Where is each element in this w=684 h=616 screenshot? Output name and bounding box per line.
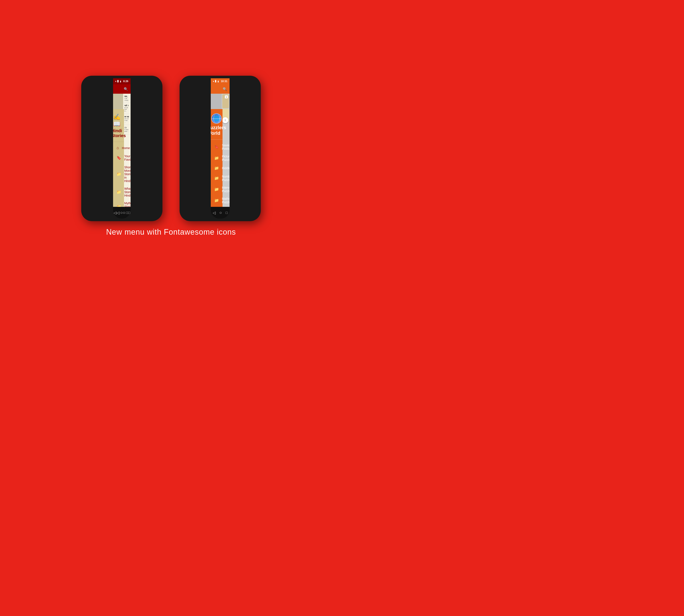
phone1-content-item-1: पापा, र एक coupl... <box>123 94 130 103</box>
phone2-recent-button[interactable]: □ <box>226 211 228 215</box>
phone2-menu-picture-puzzles[interactable]: 📁 Picture Puzzles <box>211 153 222 163</box>
phone2-folder-icon-4: 📁 <box>214 187 219 192</box>
page-caption: New menu with Fontawesome icons <box>106 227 236 237</box>
phone2-folder-icon-5: 📁 <box>214 198 219 203</box>
phone1-content-title-3: का खा <box>124 116 129 118</box>
phone1-folder-icon-3: 📁 <box>116 204 121 207</box>
phone2-menu-interview-puzzles-label: Interview Puzzles <box>222 186 230 193</box>
phone2-drawer: 🌐 Puzzlers World 🔖 Saved Posts 📁 Picture… <box>211 109 222 207</box>
phone2-folder-icon-1: 📁 <box>214 156 219 160</box>
phone2-bottom-nav: ◁ ○ □ <box>211 207 230 219</box>
phone2-back-button[interactable]: ◁ <box>213 211 216 215</box>
phone2-menu-number-puzzles[interactable]: 📁 Number Puzzles <box>211 173 222 184</box>
phone2-status-icons: ▾ ▊ ▮ 10:31 <box>213 80 227 83</box>
phone1-content-item-3: का खा तना धन र कल ... <box>123 114 130 125</box>
phone1-content-text-1: र एक coupl... <box>124 98 129 101</box>
phone1-menu-favorites-label: Your Favorites <box>124 154 130 161</box>
phone2-screen: ▾ ▊ ▮ 10:31 🔍 1 <box>211 78 230 219</box>
phone2-home-button[interactable]: ○ <box>219 210 222 215</box>
phone1-search-icon[interactable]: 🔍 <box>124 87 128 91</box>
phone1-content-text-3: तना धन र कल ... <box>124 118 129 123</box>
phone1-time: 8:26 <box>123 80 128 83</box>
phone2: ▾ ▊ ▮ 10:31 🔍 1 <box>180 76 261 221</box>
phone1-folder-icon-1: 📁 <box>116 172 121 176</box>
phone1-bookmark-icon: 🔖 <box>116 155 121 160</box>
phone1-content-item-2: नायें ? हा! तब साते स... <box>123 103 130 114</box>
phone1-status-bar: ▾ ▊ ▮ 8:26 <box>113 78 130 84</box>
phone2-menu-number-puzzles-label: Number Puzzles <box>222 175 230 182</box>
phone1-menu-home-label: Home <box>122 146 130 150</box>
phone2-menu-picture-puzzles-label: Picture Puzzles <box>222 155 230 161</box>
phone2-globe-icon: 🌐 <box>211 113 222 124</box>
phone2-menu-rate-us[interactable]: ↗ Rate Us on PlayStore <box>211 206 222 207</box>
phone2-folder-icon-3: 📁 <box>214 176 219 180</box>
phone1-menu-short-stories[interactable]: 📁 Short Moral Stories in Hindi <box>113 163 124 185</box>
phone1-content-text-2: हा! तब साते स... <box>124 107 129 112</box>
phone1: ▾ ▊ ▮ 8:26 🔍 पापा, र एक coupl... <box>81 76 162 221</box>
phone2-card-1: 1 <box>222 94 229 108</box>
phone1-content-title-2: नायें ? <box>124 105 129 107</box>
phone2-menu-maths-puzzles[interactable]: 📁 Maths Puzzles <box>211 195 222 206</box>
phone1-menu-whatsapp-label: WhatsApp Stories in Hindi <box>124 187 130 197</box>
phone1-recent-button[interactable]: □ <box>126 211 130 215</box>
phone2-num-badge: 1 <box>225 95 228 98</box>
phone2-folder-icon-2: 📁 <box>214 166 219 171</box>
phone1-menu-whatsapp-stories[interactable]: 📁 WhatsApp Stories in Hindi <box>113 185 124 199</box>
phones-container: ▾ ▊ ▮ 8:26 🔍 पापा, र एक coupl... <box>81 76 261 221</box>
phone2-status-bar: ▾ ▊ ▮ 10:31 <box>211 78 230 84</box>
phone1-folder-icon-2: 📁 <box>116 190 121 194</box>
phone2-menu-riddles[interactable]: 📁 Riddles <box>211 163 222 173</box>
phone2-drawer-title: Puzzlers World <box>211 125 226 136</box>
phone2-drawer-logo: 🌐 Puzzlers World <box>211 113 222 140</box>
phone1-menu-favorites[interactable]: 🔖 Your Favorites <box>113 152 124 163</box>
phone2-menu-saved-posts-label: Saved Posts <box>222 144 230 150</box>
phone1-menu-mythological-label: Mythological Stories in Hindi <box>124 201 130 207</box>
phone2-app-header: 🔍 <box>211 84 230 94</box>
phone2-menu-interview-puzzles[interactable]: 📁 Interview Puzzles <box>211 184 222 195</box>
phone1-menu-short-stories-label: Short Moral Stories in Hindi <box>124 166 130 183</box>
phone2-menu-riddles-label: Riddles <box>222 167 230 170</box>
phone1-content-title-1: पापा, <box>124 95 129 98</box>
phone1-pen-icon: ✍📖 <box>113 113 124 128</box>
phone2-bookmark-icon: 🔖 <box>214 145 219 149</box>
phone2-menu-saved-posts[interactable]: 🔖 Saved Posts <box>211 141 222 153</box>
phone1-screen: ▾ ▊ ▮ 8:26 🔍 पापा, र एक coupl... <box>113 78 130 219</box>
phone1-menu-mythological[interactable]: 📁 Mythological Stories in Hindi <box>113 199 124 207</box>
phone1-drawer: ✍📖 Hindi Stories ⌂ Home 🔖 Your Favorites… <box>113 109 124 207</box>
phone1-home-button[interactable]: ○ <box>120 210 125 215</box>
phone2-menu-maths-puzzles-label: Maths Puzzles <box>222 197 230 204</box>
phone1-drawer-title: Hindi Stories <box>113 128 126 138</box>
phone2-share-button[interactable]: ⇪ <box>222 117 228 123</box>
phone1-home-icon: ⌂ <box>116 146 119 150</box>
phone2-search-icon[interactable]: 🔍 <box>223 87 227 91</box>
phone1-menu-home[interactable]: ⌂ Home <box>113 144 124 152</box>
phone2-time: 10:31 <box>221 80 227 83</box>
phone1-bottom-nav: ◁ ○ □ <box>113 207 130 219</box>
phone1-status-icons: ▾ ▊ ▮ 8:26 <box>115 80 128 83</box>
phone1-app-header: 🔍 <box>113 84 130 94</box>
phone1-drawer-logo: ✍📖 Hindi Stories <box>113 113 124 142</box>
phone1-back-button[interactable]: ◁ <box>114 211 119 215</box>
